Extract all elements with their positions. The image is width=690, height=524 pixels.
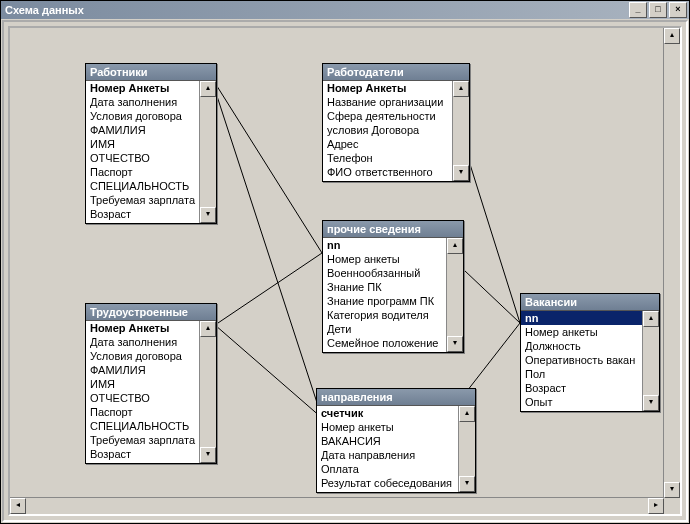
field-item[interactable]: Условия договора	[86, 349, 216, 363]
field-item[interactable]: ФАМИЛИЯ	[86, 123, 216, 137]
field-item[interactable]: Телефон	[323, 151, 469, 165]
field-item[interactable]: Требуемая зарплата	[86, 193, 216, 207]
field-item[interactable]: Номер анкеты	[521, 325, 659, 339]
scroll-up-icon[interactable]: ▴	[459, 406, 475, 422]
scroll-down-icon[interactable]: ▾	[643, 395, 659, 411]
field-item[interactable]: ИМЯ	[86, 377, 216, 391]
field-item[interactable]: Условия договора	[86, 109, 216, 123]
field-item[interactable]: Знание ПК	[323, 280, 463, 294]
field-item[interactable]: Название организации	[323, 95, 469, 109]
relationships-window: Схема данных _ □ × Работники	[0, 0, 690, 524]
field-item[interactable]: Номер Анкеты	[323, 81, 469, 95]
field-item[interactable]: Возраст	[86, 207, 216, 221]
field-list: Номер АнкетыДата заполненияУсловия догов…	[86, 81, 216, 223]
minimize-button[interactable]: _	[629, 2, 647, 18]
table-header[interactable]: Вакансии	[521, 294, 659, 311]
diagram-canvas[interactable]: Работники Номер АнкетыДата заполненияУсл…	[10, 28, 688, 522]
field-item[interactable]: счетчик	[317, 406, 475, 420]
field-item[interactable]: Номер Анкеты	[86, 321, 216, 335]
field-item[interactable]: ВАКАНСИЯ	[317, 434, 475, 448]
scroll-down-icon[interactable]: ▾	[200, 207, 216, 223]
scroll-left-icon[interactable]: ◂	[10, 498, 26, 514]
field-item[interactable]: Знание программ ПК	[323, 294, 463, 308]
field-item[interactable]: СПЕЦИАЛЬНОСТЬ	[86, 179, 216, 193]
vertical-scrollbar[interactable]: ▴ ▾	[663, 28, 680, 498]
scroll-down-icon[interactable]: ▾	[447, 336, 463, 352]
field-item[interactable]: nn	[521, 311, 659, 325]
field-item[interactable]: Паспорт	[86, 405, 216, 419]
field-item[interactable]: Оперативность вакан	[521, 353, 659, 367]
field-item[interactable]: Военнообязанный	[323, 266, 463, 280]
titlebar[interactable]: Схема данных _ □ ×	[1, 1, 689, 19]
scroll-up-icon[interactable]: ▴	[643, 311, 659, 327]
scrollbar[interactable]: ▴ ▾	[458, 406, 475, 492]
close-button[interactable]: ×	[669, 2, 687, 18]
horizontal-scrollbar[interactable]: ◂ ▸	[10, 497, 664, 514]
scroll-down-icon[interactable]: ▾	[459, 476, 475, 492]
field-item[interactable]: ФАМИЛИЯ	[86, 363, 216, 377]
field-item[interactable]: СПЕЦИАЛЬНОСТЬ	[86, 419, 216, 433]
field-item[interactable]: Возраст	[86, 447, 216, 461]
table-workers[interactable]: Работники Номер АнкетыДата заполненияУсл…	[85, 63, 217, 224]
svg-line-2	[215, 253, 322, 325]
field-item[interactable]: Семейное положение	[323, 336, 463, 350]
field-list: Номер АнкетыДата заполненияУсловия догов…	[86, 321, 216, 463]
scrollbar[interactable]: ▴ ▾	[452, 81, 469, 181]
field-list: nnНомер анкетыДолжностьОперативность вак…	[521, 311, 659, 411]
scroll-up-icon[interactable]: ▴	[447, 238, 463, 254]
scrollbar[interactable]: ▴ ▾	[446, 238, 463, 352]
table-header[interactable]: Трудоустроенные	[86, 304, 216, 321]
field-item[interactable]: условия Договора	[323, 123, 469, 137]
scrollbar[interactable]: ▴ ▾	[199, 81, 216, 223]
table-directions[interactable]: направления счетчикНомер анкетыВАКАНСИЯД…	[316, 388, 476, 493]
field-item[interactable]: Номер анкеты	[317, 420, 475, 434]
field-item[interactable]: Опыт	[521, 395, 659, 409]
field-item[interactable]: Дети	[323, 322, 463, 336]
scroll-down-icon[interactable]: ▾	[200, 447, 216, 463]
field-list: Номер АнкетыНазвание организацииСфера де…	[323, 81, 469, 181]
diagram-canvas-wrap: Работники Номер АнкетыДата заполненияУсл…	[8, 26, 682, 516]
field-item[interactable]: Номер анкеты	[323, 252, 463, 266]
table-header[interactable]: прочие сведения	[323, 221, 463, 238]
field-item[interactable]: Возраст	[521, 381, 659, 395]
field-item[interactable]: Дата заполнения	[86, 335, 216, 349]
scroll-down-icon[interactable]: ▾	[664, 482, 680, 498]
scroll-right-icon[interactable]: ▸	[648, 498, 664, 514]
field-item[interactable]: Оплата	[317, 462, 475, 476]
scrollbar[interactable]: ▴ ▾	[642, 311, 659, 411]
maximize-button[interactable]: □	[649, 2, 667, 18]
field-item[interactable]: ОТЧЕСТВО	[86, 391, 216, 405]
field-item[interactable]: Категория водителя	[323, 308, 463, 322]
field-item[interactable]: Требуемая зарплата	[86, 433, 216, 447]
field-item[interactable]: Должность	[521, 339, 659, 353]
field-item[interactable]: Пол	[521, 367, 659, 381]
table-employers[interactable]: Работодатели Номер АнкетыНазвание органи…	[322, 63, 470, 182]
field-item[interactable]: nn	[323, 238, 463, 252]
scroll-down-icon[interactable]: ▾	[453, 165, 469, 181]
window-title: Схема данных	[3, 4, 627, 16]
svg-line-0	[215, 83, 322, 253]
scroll-up-icon[interactable]: ▴	[200, 81, 216, 97]
field-list: nnНомер анкетыВоеннообязанныйЗнание ПКЗн…	[323, 238, 463, 352]
table-header[interactable]: Работники	[86, 64, 216, 81]
field-item[interactable]: Паспорт	[86, 165, 216, 179]
table-header[interactable]: направления	[317, 389, 475, 406]
field-item[interactable]: Результат собеседования	[317, 476, 475, 490]
field-item[interactable]: ОТЧЕСТВО	[86, 151, 216, 165]
field-item[interactable]: Сфера деятельности	[323, 109, 469, 123]
scrollbar[interactable]: ▴ ▾	[199, 321, 216, 463]
table-employed[interactable]: Трудоустроенные Номер АнкетыДата заполне…	[85, 303, 217, 464]
field-item[interactable]: ИМЯ	[86, 137, 216, 151]
field-item[interactable]: Дата направления	[317, 448, 475, 462]
client-area: Работники Номер АнкетыДата заполненияУсл…	[2, 20, 688, 522]
table-header[interactable]: Работодатели	[323, 64, 469, 81]
scroll-up-icon[interactable]: ▴	[664, 28, 680, 44]
scroll-up-icon[interactable]: ▴	[200, 321, 216, 337]
table-other-info[interactable]: прочие сведения nnНомер анкетыВоеннообяз…	[322, 220, 464, 353]
field-item[interactable]: Адрес	[323, 137, 469, 151]
field-item[interactable]: Дата заполнения	[86, 95, 216, 109]
field-item[interactable]: Номер Анкеты	[86, 81, 216, 95]
table-vacancies[interactable]: Вакансии nnНомер анкетыДолжностьОператив…	[520, 293, 660, 412]
field-item[interactable]: ФИО ответственного	[323, 165, 469, 179]
scroll-up-icon[interactable]: ▴	[453, 81, 469, 97]
